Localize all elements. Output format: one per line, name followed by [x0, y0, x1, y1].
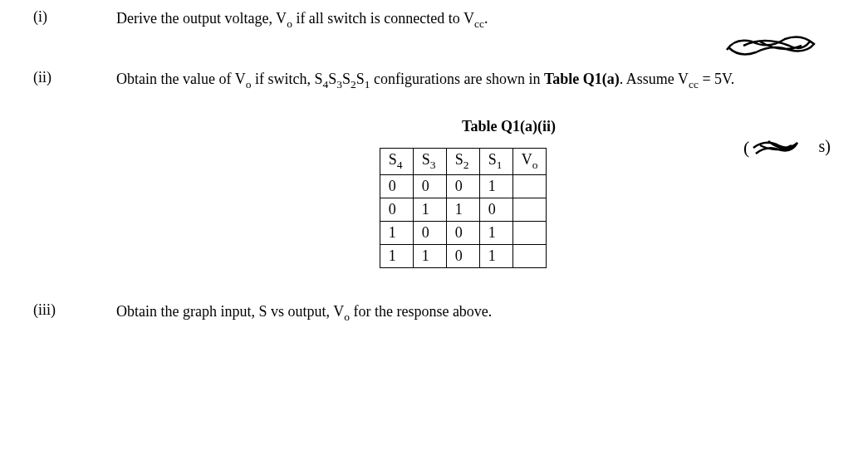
- cell-r0-s1: 1: [479, 174, 512, 198]
- question-ii-text: Obtain the value of Vo if switch, S4S3S2…: [116, 69, 835, 92]
- header-s2-text: S: [455, 151, 463, 168]
- table-title: Table Q1(a)(ii): [183, 118, 835, 135]
- table-row: 1 0 0 1: [380, 221, 547, 244]
- cell-r0-s4: 0: [380, 174, 413, 198]
- cell-r3-vo: [512, 244, 547, 267]
- qi-text-part-2: .: [484, 10, 488, 27]
- qiii-text-part-0: Obtain the graph input, S vs output, V: [116, 303, 344, 320]
- header-vo-sub: o: [532, 159, 538, 171]
- qii-text-part-0: Obtain the value of V: [116, 71, 246, 87]
- marks-tail: s): [819, 137, 831, 156]
- header-s2-sub: 2: [463, 159, 469, 171]
- qii-text-part-6: . Assume V: [620, 71, 689, 87]
- qi-subscript-0: o: [287, 17, 292, 30]
- header-s1-sub: 1: [497, 159, 503, 171]
- cell-r1-s2: 1: [446, 198, 479, 221]
- header-s4: S4: [380, 148, 413, 174]
- qii-text-part-7: = 5V.: [699, 71, 734, 87]
- cell-r3-s3: 1: [413, 244, 446, 267]
- qii-sub-5: cc: [689, 78, 699, 91]
- question-ii: (ii) Obtain the value of Vo if switch, S…: [33, 69, 835, 92]
- table-row: 0 1 1 0: [380, 198, 547, 221]
- qii-text-part-4: S: [356, 71, 365, 87]
- qii-text-part-5: configurations are shown in: [370, 71, 543, 87]
- cell-r3-s1: 1: [479, 244, 512, 267]
- cell-r0-s3: 0: [413, 174, 446, 198]
- scribble-mark-2: ( s): [743, 133, 826, 162]
- cell-r2-s1: 1: [479, 221, 512, 244]
- header-s4-sub: 4: [397, 159, 403, 171]
- table-row: 0 0 0 1: [380, 174, 547, 198]
- svg-text:(: (: [743, 137, 749, 158]
- cell-r2-s2: 0: [446, 221, 479, 244]
- qii-sub-3: 2: [351, 78, 356, 91]
- question-iii-label: (iii): [33, 301, 116, 325]
- cell-r1-s1: 0: [479, 198, 512, 221]
- header-s3: S3: [413, 148, 446, 174]
- header-s1-text: S: [488, 151, 497, 168]
- cell-r3-s2: 0: [446, 244, 479, 267]
- header-s3-sub: 3: [430, 159, 436, 171]
- header-vo: Vo: [512, 148, 547, 174]
- header-s4-text: S: [389, 151, 397, 168]
- question-iii: (iii) Obtain the graph input, S vs outpu…: [33, 301, 835, 325]
- cell-r0-vo: [512, 174, 547, 198]
- table-row: 1 1 0 1: [380, 244, 547, 267]
- cell-r2-s3: 0: [413, 221, 446, 244]
- cell-r1-vo: [512, 198, 547, 221]
- table-header-row: S4 S3 S2 S1 Vo: [380, 148, 547, 174]
- scribble-mark-1: [718, 29, 826, 62]
- cell-r2-s4: 1: [380, 221, 413, 244]
- cell-r1-s3: 1: [413, 198, 446, 221]
- qi-subscript-1: cc: [474, 17, 484, 30]
- qii-text-part-1: if switch, S: [251, 71, 322, 87]
- header-vo-text: V: [522, 151, 532, 168]
- qii-table-ref: Table Q1(a): [544, 71, 620, 87]
- question-i-label: (i): [33, 8, 116, 32]
- data-table: S4 S3 S2 S1 Vo 0 0 0 1 0 1 1 0: [380, 148, 547, 268]
- cell-r1-s4: 0: [380, 198, 413, 221]
- header-s1: S1: [479, 148, 512, 174]
- qii-sub-2: 3: [336, 78, 342, 91]
- question-iii-text: Obtain the graph input, S vs output, Vo …: [116, 301, 835, 325]
- cell-r2-vo: [512, 221, 547, 244]
- header-s2: S2: [446, 148, 479, 174]
- qii-text-part-2: S: [328, 71, 336, 87]
- question-ii-label: (ii): [33, 69, 116, 92]
- cell-r0-s2: 0: [446, 174, 479, 198]
- question-i: (i) Derive the output voltage, Vo if all…: [33, 8, 835, 32]
- qi-text-part-1: if all switch is connected to V: [292, 10, 474, 27]
- qiii-text-part-1: for the response above.: [350, 303, 492, 320]
- qiii-sub-0: o: [344, 310, 350, 322]
- qi-text-part-0: Derive the output voltage, V: [116, 10, 287, 27]
- qii-text-part-3: S: [342, 71, 351, 87]
- table-container: S4 S3 S2 S1 Vo 0 0 0 1 0 1 1 0: [91, 148, 835, 268]
- cell-r3-s4: 1: [380, 244, 413, 267]
- header-s3-text: S: [422, 151, 430, 168]
